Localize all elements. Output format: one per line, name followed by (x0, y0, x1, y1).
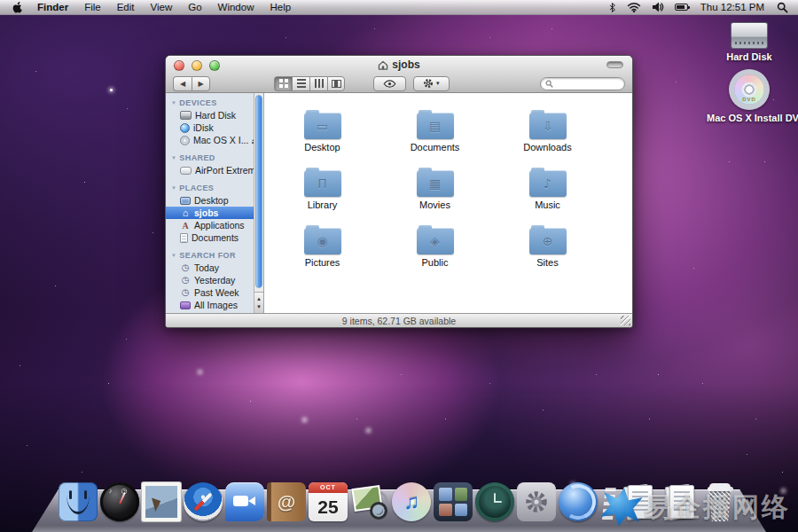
folder-movies[interactable]: ▦Movies (379, 154, 491, 212)
bluetooth-icon[interactable] (604, 0, 621, 14)
gear-icon (423, 78, 434, 89)
toolbar-toggle-button[interactable] (606, 61, 623, 68)
home-icon (378, 60, 388, 70)
folder-icon: ⇩ (529, 113, 567, 139)
sidebar-item-desktop[interactable]: Desktop (166, 194, 263, 207)
coverflow-view-button[interactable] (327, 76, 345, 91)
back-button[interactable]: ◀ (173, 76, 192, 91)
zoom-button[interactable] (209, 60, 220, 71)
desktop-mini-icon (180, 197, 191, 205)
menu-item-finder[interactable]: Finder (29, 0, 76, 14)
scroll-down-arrow[interactable]: ▼ (256, 304, 262, 309)
search-input[interactable] (556, 79, 618, 89)
ical-month: OCT (309, 482, 348, 493)
sidebar-item-sjobs[interactable]: ⌂sjobs (166, 207, 263, 219)
sidebar-scrollbar[interactable]: ▲ ▼ (254, 93, 263, 313)
sidebar-header-search-for[interactable]: ▼SEARCH FOR (166, 249, 263, 262)
menu-item-view[interactable]: View (143, 0, 181, 14)
folder-view: ▭Desktop ▤Documents ⇩Downloads ΠLibrary … (264, 93, 632, 313)
dock-address-book-icon[interactable]: @ (267, 482, 306, 521)
sidebar-item-airport-extreme[interactable]: AirPort Extreme (166, 164, 263, 176)
sidebar-item-all-images[interactable]: All Images (166, 299, 263, 311)
dock-ical-icon[interactable]: OCT 25 (309, 482, 348, 521)
menu-item-window[interactable]: Window (210, 0, 262, 14)
folder-downloads[interactable]: ⇩Downloads (491, 97, 604, 154)
music-note-glyph: ♫ (403, 489, 419, 514)
menu-clock[interactable]: Thu 12:51 PM (694, 2, 771, 12)
folder-pictures[interactable]: ◉Pictures (266, 212, 379, 270)
action-caret: ▾ (436, 80, 440, 87)
sidebar-item-yesterday[interactable]: ◷Yesterday (166, 274, 263, 286)
menu-bar: Finder File Edit View Go Window Help Thu… (0, 0, 798, 15)
folder-desktop[interactable]: ▭Desktop (266, 97, 379, 154)
folder-icon: ◈ (417, 228, 454, 254)
search-field[interactable] (540, 77, 625, 90)
dock-downloads-stack-icon[interactable] (662, 482, 701, 521)
sidebar-item-applications[interactable]: AApplications (166, 219, 263, 231)
sidebar-item-documents[interactable]: Documents (166, 231, 263, 244)
dock-mail-icon[interactable] (142, 482, 181, 521)
sidebar-item-past-week[interactable]: ◷Past Week (166, 286, 263, 299)
window-header[interactable]: sjobs ◀ ▶ (166, 56, 632, 93)
ical-day: 25 (309, 493, 348, 521)
dock-time-machine-icon[interactable] (475, 482, 514, 521)
forward-button[interactable]: ▶ (192, 76, 210, 91)
list-view-button[interactable] (292, 76, 309, 91)
spotlight-icon[interactable] (772, 0, 793, 14)
resize-grip[interactable] (621, 316, 630, 325)
dock-itunes-icon[interactable]: ♫ (392, 482, 431, 521)
menu-item-edit[interactable]: Edit (109, 0, 143, 14)
dock-ichat-icon[interactable] (225, 482, 264, 521)
folder-icon: ▭ (304, 113, 341, 139)
sidebar-item-install-dvd[interactable]: Mac OS X I... (166, 134, 263, 146)
icon-view-button[interactable] (274, 76, 292, 91)
dock-system-preferences-icon[interactable] (517, 482, 556, 521)
menu-item-file[interactable]: File (76, 0, 109, 14)
dock-documents-stack-icon[interactable] (621, 482, 660, 521)
dock-software-update-icon[interactable] (559, 482, 598, 521)
apple-menu[interactable] (0, 0, 29, 14)
dock-finder-icon[interactable] (59, 482, 98, 521)
disc-icon (180, 136, 190, 145)
clock-mini-icon: ◷ (180, 263, 191, 272)
desktop-icon-hard-disk[interactable]: Hard Disk (707, 22, 792, 62)
sidebar: ▼DEVICES Hard Disk iDisk Mac OS X I... ▼… (166, 93, 264, 313)
quick-look-button[interactable] (373, 76, 406, 91)
folder-library[interactable]: ΠLibrary (266, 154, 379, 212)
scrollbar-thumb[interactable] (255, 95, 262, 288)
desktop-icon-install-dvd[interactable]: DVD Mac OS X Install DVD (707, 69, 792, 123)
column-view-button[interactable] (309, 76, 327, 91)
dock-trash-icon[interactable] (704, 482, 736, 521)
dock-divider (602, 484, 616, 521)
airport-base-icon (180, 167, 192, 175)
sidebar-header-shared[interactable]: ▼SHARED (166, 152, 263, 164)
sidebar-header-devices[interactable]: ▼DEVICES (166, 97, 263, 109)
folder-public[interactable]: ◈Public (379, 212, 491, 270)
document-mini-icon (180, 233, 188, 243)
action-menu-button[interactable]: ▾ (413, 76, 450, 91)
sidebar-header-places[interactable]: ▼PLACES (166, 182, 263, 194)
dock-spaces-icon[interactable] (434, 482, 473, 521)
close-button[interactable] (174, 60, 184, 71)
minimize-button[interactable] (192, 60, 202, 71)
sidebar-item-idisk[interactable]: iDisk (166, 121, 263, 134)
title-bar[interactable]: sjobs (166, 56, 632, 74)
dock-safari-icon[interactable] (184, 482, 223, 521)
sidebar-item-hard-disk[interactable]: Hard Disk (166, 109, 263, 121)
folder-music[interactable]: ♪Music (491, 154, 604, 212)
dock-preview-icon[interactable] (350, 482, 389, 521)
folder-sites[interactable]: ⊕Sites (491, 212, 604, 270)
volume-icon[interactable] (647, 0, 669, 14)
wifi-icon[interactable] (622, 0, 645, 14)
window-title: sjobs (378, 59, 419, 71)
dock: @ OCT 25 ♫ (0, 477, 798, 532)
idisk-icon (180, 123, 190, 133)
folder-documents[interactable]: ▤Documents (379, 97, 491, 154)
dvd-disc-text: DVD (729, 97, 770, 102)
menu-item-go[interactable]: Go (180, 0, 209, 14)
scroll-up-arrow[interactable]: ▲ (256, 296, 262, 301)
sidebar-item-today[interactable]: ◷Today (166, 262, 263, 274)
dock-dashboard-icon[interactable] (100, 482, 139, 521)
menu-item-help[interactable]: Help (262, 0, 299, 14)
battery-icon[interactable] (670, 0, 692, 14)
